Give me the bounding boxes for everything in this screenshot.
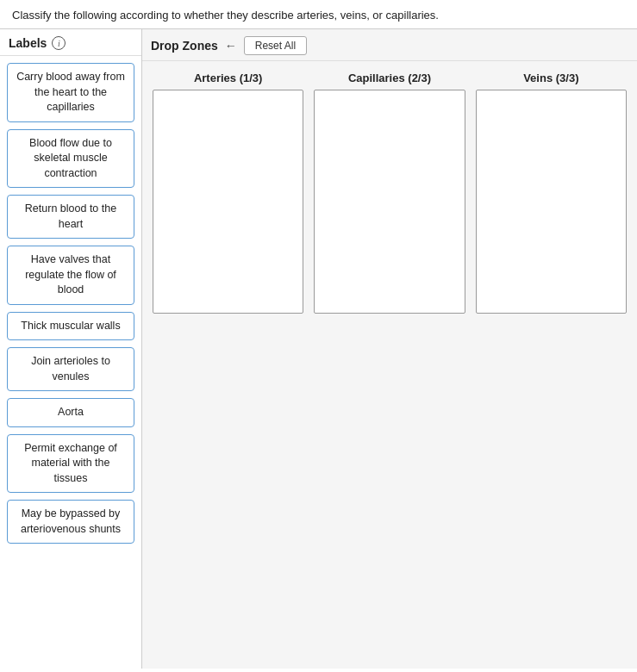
capillaries-zone-label: Capillaries (2/3) [348, 72, 431, 84]
veins-drop-box[interactable] [476, 90, 627, 314]
page-container: Classify the following according to whet… [0, 0, 637, 672]
list-item[interactable]: Permit exchange of material with the tis… [7, 434, 134, 494]
arteries-zone-col: Arteries (1/3) [153, 72, 303, 314]
reset-all-button[interactable]: Reset All [244, 36, 307, 55]
list-item[interactable]: Thick muscular walls [7, 312, 134, 341]
arteries-zone-label: Arteries (1/3) [194, 72, 262, 84]
list-item[interactable]: Have valves that regulate the flow of bl… [7, 246, 134, 305]
instruction-text: Classify the following according to whet… [0, 0, 637, 29]
list-item[interactable]: Carry blood away from the heart to the c… [7, 63, 134, 122]
labels-title: Labels [9, 36, 47, 50]
drop-zones-content: Arteries (1/3) Capillaries (2/3) Veins (… [142, 61, 637, 324]
list-item[interactable]: Aorta [7, 398, 134, 427]
labels-header: Labels i [0, 29, 141, 56]
capillaries-drop-box[interactable] [314, 90, 465, 314]
main-layout: Labels i Carry blood away from the heart… [0, 29, 637, 669]
info-icon[interactable]: i [52, 36, 66, 50]
capillaries-zone-col: Capillaries (2/3) [314, 72, 465, 314]
list-item[interactable]: Blood flow due to skeletal muscle contra… [7, 129, 134, 189]
arteries-drop-box[interactable] [153, 90, 303, 314]
veins-zone-col: Veins (3/3) [476, 72, 627, 314]
drop-zones-header: Drop Zones ← Reset All [142, 29, 637, 61]
list-item[interactable]: Join arterioles to venules [7, 347, 134, 391]
labels-panel: Labels i Carry blood away from the heart… [0, 29, 142, 669]
back-arrow-icon[interactable]: ← [225, 39, 237, 53]
list-item[interactable]: May be bypassed by arteriovenous shunts [7, 500, 134, 544]
veins-zone-label: Veins (3/3) [523, 72, 578, 84]
drop-zones-title: Drop Zones [151, 39, 218, 53]
list-item[interactable]: Return blood to the heart [7, 195, 134, 239]
drop-zones-panel: Drop Zones ← Reset All Arteries (1/3) Ca… [142, 29, 637, 669]
